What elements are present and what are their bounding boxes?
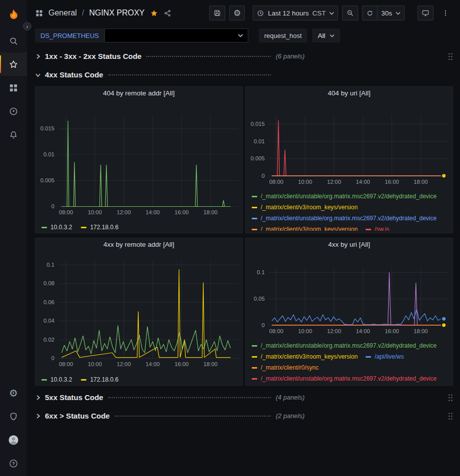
row-dotted-line — [108, 397, 271, 398]
legend-item[interactable]: /_matrix/client/r0/sync — [252, 364, 319, 371]
sidebar-item-starred[interactable] — [0, 52, 27, 76]
dashboard-row-header[interactable]: 5xx Status Code(4 panels) — [35, 391, 453, 404]
save-dashboard-button[interactable] — [209, 5, 225, 20]
row-title: 4xx Status Code — [45, 70, 103, 79]
legend-swatch — [252, 196, 257, 197]
legend-item[interactable]: /_matrix/client/v3/room_keys/version — [252, 353, 358, 360]
svg-text:16:00: 16:00 — [385, 328, 399, 334]
legend-item[interactable]: /api/live/ws — [366, 353, 404, 360]
svg-text:08:00: 08:00 — [269, 179, 283, 185]
legend-swatch — [252, 218, 257, 219]
zoom-out-button[interactable] — [342, 5, 358, 20]
row-panel-count: (2 panels) — [276, 412, 305, 420]
sidebar-item-search[interactable] — [0, 29, 27, 52]
svg-text:0.1: 0.1 — [46, 262, 54, 268]
row-drag-handle[interactable] — [448, 52, 453, 60]
panel-legend: 10.0.3.2172.18.0.6 — [35, 222, 242, 233]
sidebar: ⚙ ? — [0, 0, 27, 476]
svg-text:10:00: 10:00 — [88, 209, 102, 215]
panel-title[interactable]: 4xx by uri [All] — [246, 238, 453, 251]
variables-bar: DS_PROMETHEUS request_host All — [27, 26, 460, 48]
row-dotted-line — [146, 56, 271, 57]
chart-canvas[interactable]: 00.050.108:0010:0012:0014:0016:0018:00 — [246, 251, 453, 337]
star-icon — [8, 59, 18, 69]
sidebar-item-dashboards[interactable] — [0, 76, 27, 99]
bell-icon — [8, 130, 18, 140]
legend-swatch — [81, 227, 86, 228]
datasource-select[interactable] — [104, 28, 248, 42]
share-icon[interactable] — [163, 9, 172, 17]
refresh-interval-label: 30s — [381, 9, 392, 17]
legend-label: 10.0.3.2 — [50, 224, 72, 231]
legend-item[interactable]: /sw.js — [366, 226, 389, 231]
row-drag-handle[interactable] — [448, 412, 453, 420]
breadcrumb-folder[interactable]: General — [48, 8, 77, 17]
chevron-down-icon — [238, 33, 243, 37]
legend-swatch — [252, 207, 257, 208]
legend-item[interactable]: 172.18.0.6 — [81, 222, 118, 233]
legend-item[interactable]: /_matrix/client/unstable/org.matrix.msc2… — [252, 375, 437, 382]
gear-icon: ⚙ — [9, 388, 18, 398]
panel: 404 by remote addr [All]00.0050.010.0150… — [35, 86, 243, 233]
sidebar-item-profile[interactable] — [0, 428, 27, 452]
svg-text:0.015: 0.015 — [40, 125, 54, 131]
legend-item[interactable]: /_matrix/client/unstable/org.matrix.msc2… — [252, 215, 437, 222]
panel-title[interactable]: 404 by uri [All] — [246, 87, 453, 100]
legend-item[interactable]: /_matrix/client/v3/room_keys/version — [252, 204, 358, 211]
chart-canvas[interactable]: 00.0050.010.01508:0010:0012:0014:0016:00… — [35, 100, 242, 218]
legend-swatch — [252, 345, 257, 347]
svg-text:16:00: 16:00 — [174, 209, 188, 215]
legend-item[interactable]: /_matrix/client/unstable/org.matrix.msc2… — [252, 342, 437, 349]
row-dotted-line — [115, 416, 271, 417]
chevron-right-icon — [35, 53, 41, 59]
row-title: 5xx Status Code — [45, 393, 103, 402]
sidebar-item-alerting[interactable] — [0, 123, 27, 146]
panel-title[interactable]: 4xx by remote addr [All] — [35, 238, 242, 251]
request-host-select-value: All — [318, 32, 325, 39]
dashboard-row-header[interactable]: 6xx > Status Code(2 panels) — [35, 409, 453, 423]
panel-legend: 10.0.3.2172.18.0.6 — [35, 374, 242, 385]
search-icon — [8, 36, 18, 46]
cycle-view-button[interactable] — [418, 5, 434, 20]
sidebar-expand-button[interactable]: › — [23, 22, 31, 30]
refresh-button[interactable] — [362, 5, 378, 20]
legend-item[interactable]: 172.18.0.6 — [81, 374, 118, 385]
legend-swatch — [252, 378, 257, 380]
chart-canvas[interactable]: 00.0050.010.01508:0010:0012:0014:0016:00… — [246, 100, 453, 188]
legend-swatch — [252, 356, 257, 358]
sidebar-item-configuration[interactable]: ⚙ — [0, 381, 27, 405]
page-title[interactable]: NGINX PROXY — [89, 8, 144, 17]
legend-item[interactable]: 10.0.3.2 — [41, 374, 72, 385]
dashboard-settings-button[interactable]: ⚙ — [229, 5, 245, 20]
save-icon — [213, 9, 221, 17]
time-range-button[interactable]: Last 12 hours CST — [253, 5, 338, 20]
legend-item[interactable]: 10.0.3.2 — [41, 222, 72, 233]
legend-item[interactable]: /_matrix/client/unstable/org.matrix.msc2… — [252, 193, 437, 200]
more-menu-button[interactable] — [438, 5, 454, 20]
legend-item[interactable]: /_matrix/client/v3/room_keys/version — [252, 226, 358, 231]
sidebar-item-explore[interactable] — [0, 99, 27, 123]
legend-swatch — [366, 356, 371, 358]
svg-text:14:00: 14:00 — [356, 179, 370, 185]
svg-text:10:00: 10:00 — [298, 328, 312, 334]
svg-text:12:00: 12:00 — [117, 209, 131, 215]
apps-grid-icon — [8, 83, 18, 93]
monitor-icon — [422, 9, 430, 17]
svg-text:0: 0 — [262, 322, 265, 328]
row-panel-count: (6 panels) — [276, 52, 305, 60]
sidebar-item-server-admin[interactable] — [0, 405, 27, 428]
legend-label: /_matrix/client/r0/sync — [261, 364, 319, 371]
dashboard-row-header[interactable]: 1xx - 3xx - 2xx Status Code(6 panels) — [35, 49, 453, 63]
panel-legend: /_matrix/client/unstable/org.matrix.msc2… — [246, 191, 453, 231]
row-drag-handle[interactable] — [448, 394, 453, 402]
legend-label: 172.18.0.6 — [90, 224, 118, 231]
chart-canvas[interactable]: 00.020.040.060.080.108:0010:0012:0014:00… — [35, 251, 242, 370]
chevron-right-icon — [35, 413, 41, 419]
sidebar-item-help[interactable]: ? — [0, 452, 27, 475]
favorite-star-icon[interactable] — [150, 9, 158, 17]
panel-title[interactable]: 404 by remote addr [All] — [35, 87, 242, 100]
dashboard-row-header[interactable]: 4xx Status Code — [35, 68, 453, 81]
refresh-interval-button[interactable]: 30s — [378, 5, 405, 20]
request-host-select[interactable]: All — [312, 28, 340, 42]
dashboard-grid-icon — [35, 9, 43, 17]
